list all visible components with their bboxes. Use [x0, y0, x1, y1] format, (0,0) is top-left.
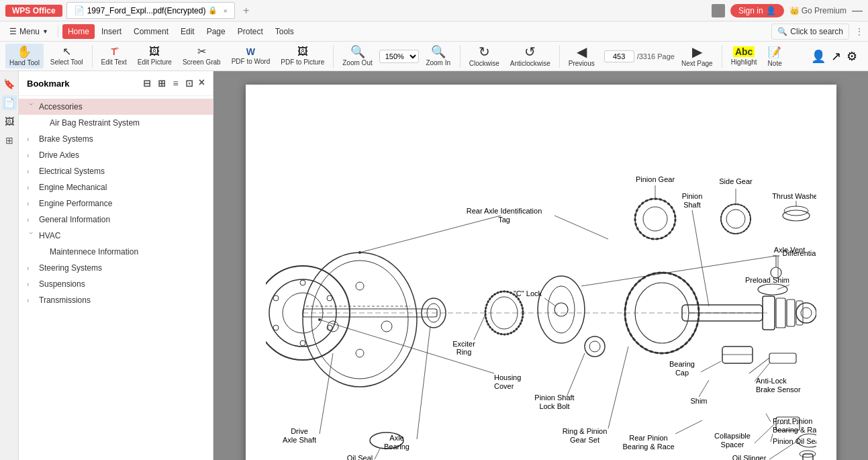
document-tab[interactable]: 📄 1997_Ford_Expl...pdf(Encrypted) 🔒 ×: [66, 2, 235, 19]
bookmark-item-drive-axles[interactable]: › Drive Axles: [19, 147, 213, 163]
svg-text:Bearing & Race: Bearing & Race: [773, 426, 816, 434]
clockwise-button[interactable]: ↻ Clockwise: [465, 43, 503, 69]
bookmark-item-transmissions[interactable]: › Transmissions: [19, 292, 213, 308]
sidebar-collapse-all-icon[interactable]: ⊟: [142, 77, 152, 90]
svg-text:Pinion Gear: Pinion Gear: [635, 175, 674, 183]
user-icon: 👤: [766, 6, 776, 15]
chevron-steering-icon: ›: [27, 265, 35, 272]
bookmark-item-engine-mech[interactable]: › Engine Mechanical: [19, 179, 213, 195]
hand-tool-button[interactable]: ✋ Hand Tool: [5, 44, 44, 68]
zoom-level-select[interactable]: 150%: [379, 50, 419, 63]
bookmark-item-engine-perf[interactable]: › Engine Performance: [19, 195, 213, 212]
menu-item-comment[interactable]: Comment: [128, 24, 174, 39]
bookmark-item-airbag[interactable]: Air Bag Restraint System: [19, 115, 213, 131]
note-button[interactable]: 📝 Note: [764, 44, 786, 69]
pdf-to-picture-button[interactable]: 🖼 PDF to Picture: [277, 44, 328, 68]
next-page-icon: ▶: [692, 45, 702, 58]
chevron-transmissions-icon: ›: [27, 297, 35, 304]
settings-icon[interactable]: ⚙: [847, 49, 857, 64]
bookmark-item-hvac[interactable]: › HVAC: [19, 228, 213, 244]
svg-text:Drive: Drive: [291, 427, 308, 435]
zoom-out-button[interactable]: 🔍 Zoom Out: [338, 44, 376, 68]
bookmark-label-general-info: General Information: [39, 215, 110, 224]
bookmark-label-maintenance: Maintennece Information: [50, 247, 138, 257]
bookmark-item-general-info[interactable]: › General Information: [19, 212, 213, 228]
pdf-to-word-icon: W: [246, 47, 255, 56]
bookmark-item-suspensions[interactable]: › Suspensions: [19, 276, 213, 292]
rail-image-icon[interactable]: 🖼: [2, 114, 17, 129]
previous-label: Previous: [569, 60, 595, 67]
go-premium-label: Go Premium: [802, 6, 847, 15]
svg-text:Axle Shaft: Axle Shaft: [282, 436, 316, 444]
content-area[interactable]: Rear Axle Identification Tag Housing Cov…: [213, 71, 868, 460]
chevron-suspensions-icon: ›: [27, 281, 35, 288]
current-page-input[interactable]: [604, 50, 634, 62]
toolbar-sep-2: [333, 45, 334, 68]
select-tool-button[interactable]: ↖ Select Tool: [46, 44, 87, 68]
total-pages-label: /3316 Page: [637, 52, 675, 60]
pdf-to-word-label: PDF to Word: [232, 58, 271, 65]
toolbar-sep-4: [559, 45, 560, 68]
go-premium-button[interactable]: 👑 Go Premium: [789, 6, 847, 15]
anticlockwise-button[interactable]: ↺ Anticlockwise: [506, 43, 554, 69]
bookmark-item-brake[interactable]: › Brake Systems: [19, 131, 213, 147]
edit-text-button[interactable]: T ✏ Edit Text: [97, 44, 131, 68]
bookmark-item-electrical[interactable]: › Electrical Systems: [19, 163, 213, 179]
pdf-to-word-button[interactable]: W PDF to Word: [228, 45, 275, 67]
menu-item-home[interactable]: Home: [62, 24, 95, 39]
svg-text:"C" Lock: "C" Lock: [513, 289, 542, 297]
crown-icon: 👑: [789, 6, 800, 15]
hand-tool-icon: ✋: [17, 46, 32, 58]
select-tool-label: Select Tool: [50, 58, 83, 66]
svg-text:Front Pinion: Front Pinion: [773, 417, 812, 425]
zoom-in-button[interactable]: 🔍 Zoom In: [422, 44, 455, 68]
sidebar-close-button[interactable]: ×: [199, 77, 205, 90]
add-tab-button[interactable]: +: [239, 5, 253, 17]
svg-text:Pinion Oil Seal: Pinion Oil Seal: [773, 437, 816, 445]
sidebar-list-icon[interactable]: ≡: [171, 77, 179, 90]
menu-item-edit[interactable]: Edit: [175, 24, 200, 39]
screen-grab-label: Screen Grab: [183, 58, 221, 66]
menu-bar: ☰ Menu ▼ Home Insert Comment Edit Page P…: [0, 21, 868, 42]
sidebar-header-icons: ⊟ ⊞ ≡ ⊡ ×: [142, 77, 205, 90]
sign-in-label: Sign in: [738, 6, 763, 15]
sidebar-content: › Accessories Air Bag Restraint System ›…: [19, 96, 213, 460]
sidebar-grid-icon[interactable]: ⊡: [184, 77, 195, 90]
sidebar-expand-all-icon[interactable]: ⊞: [156, 77, 167, 90]
svg-text:Shim: Shim: [690, 397, 707, 405]
toolbar: ✋ Hand Tool ↖ Select Tool T ✏ Edit Text …: [0, 42, 868, 71]
minimize-button[interactable]: —: [852, 5, 863, 17]
share-icon[interactable]: ↗: [831, 49, 841, 64]
title-bar-left: WPS Office 📄 1997_Ford_Expl...pdf(Encryp…: [5, 2, 253, 19]
screen-grab-button[interactable]: ✂ Screen Grab: [179, 44, 225, 68]
zoom-section: 🔍 Zoom Out 150% 🔍 Zoom In: [338, 44, 454, 68]
tab-close-button[interactable]: ×: [223, 7, 227, 15]
title-bar-right: Sign in 👤 👑 Go Premium —: [712, 4, 863, 17]
account-icon[interactable]: 👤: [811, 49, 826, 64]
search-button[interactable]: 🔍 Click to search: [771, 24, 849, 40]
svg-text:Bearing: Bearing: [669, 360, 695, 368]
wps-office-button[interactable]: WPS Office: [5, 5, 62, 17]
menu-item-page[interactable]: Page: [201, 24, 231, 39]
menu-item-tools[interactable]: Tools: [270, 24, 299, 39]
clockwise-icon: ↻: [479, 45, 490, 58]
next-page-button[interactable]: ▶ Next Page: [677, 43, 717, 69]
previous-page-button[interactable]: ◀ Previous: [565, 43, 599, 69]
menu-item-protect[interactable]: Protect: [232, 24, 269, 39]
rail-bookmark-icon[interactable]: 🔖: [2, 77, 17, 91]
rail-page-icon[interactable]: 📄: [2, 95, 17, 110]
toolbar-sep-1: [92, 45, 93, 68]
zoom-in-icon: 🔍: [431, 46, 446, 58]
menu-item-insert[interactable]: Insert: [96, 24, 127, 39]
rail-layers-icon[interactable]: ⊞: [2, 133, 17, 148]
svg-text:Anti-Lock: Anti-Lock: [756, 377, 787, 385]
svg-point-71: [318, 318, 321, 321]
edit-picture-button[interactable]: 🖼 Edit Picture: [134, 44, 176, 68]
bookmark-item-steering[interactable]: › Steering Systems: [19, 260, 213, 276]
bookmark-item-maintenance[interactable]: Maintennece Information: [19, 244, 213, 260]
sign-in-button[interactable]: Sign in 👤: [730, 4, 784, 17]
highlight-button[interactable]: Abc Highlight: [727, 44, 761, 68]
hamburger-menu-button[interactable]: ☰ Menu ▼: [4, 24, 54, 39]
bookmark-item-accessories[interactable]: › Accessories: [19, 99, 213, 115]
bookmark-label-steering: Steering Systems: [39, 263, 102, 273]
